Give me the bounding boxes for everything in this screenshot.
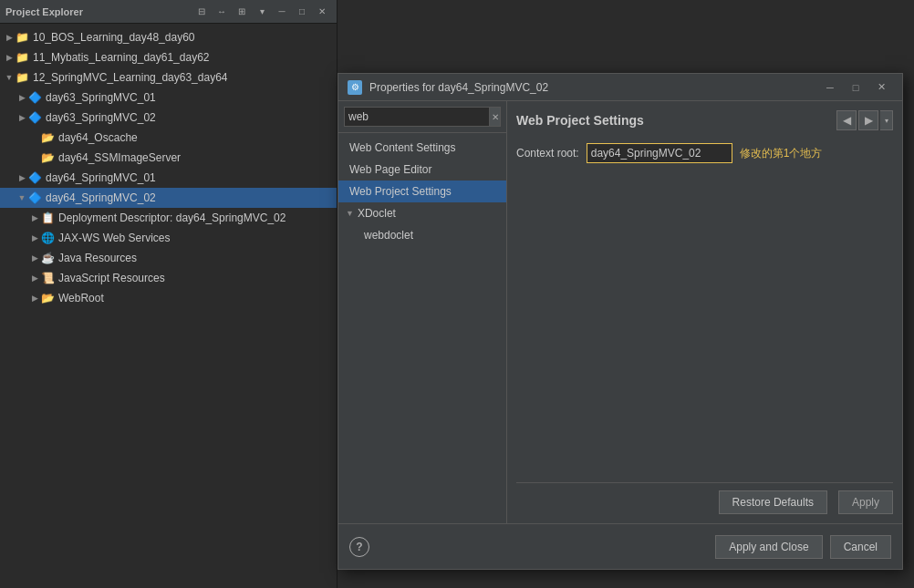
tree-item-label: JAX-WS Web Services bbox=[58, 232, 170, 244]
tree-item-day64_ssm[interactable]: 📂 day64_SSMImageServer bbox=[0, 148, 337, 168]
dialog-titlebar: ⚙ Properties for day64_SpringMVC_02 ─ □ … bbox=[338, 74, 902, 101]
nav-group-xdoclet-header[interactable]: ▼ XDoclet bbox=[338, 202, 506, 224]
dialog-title: Properties for day64_SpringMVC_02 bbox=[369, 81, 811, 94]
tree-item-label: 11_Mybatis_Learning_day61_day62 bbox=[33, 51, 209, 64]
tree-toggle-icon: ▶ bbox=[29, 293, 40, 304]
tree-toggle-icon: ▶ bbox=[16, 92, 27, 103]
tree-item-js_res[interactable]: ▶ 📜 JavaScript Resources bbox=[0, 268, 337, 288]
tree-item-label: Deployment Descriptor: day64_SpringMVC_0… bbox=[58, 211, 286, 224]
tree-item-label: 10_BOS_Learning_day48_day60 bbox=[33, 31, 194, 44]
tree-item-icon: 📁 bbox=[15, 30, 29, 45]
tree-item-day64_01[interactable]: ▶ 🔷 day64_SpringMVC_01 bbox=[0, 168, 337, 188]
nav-search-inner: ✕ bbox=[344, 107, 501, 127]
tree-item-label: 12_SpringMVC_Learning_day63_day64 bbox=[33, 71, 228, 84]
tree-item-icon: 📋 bbox=[40, 211, 55, 225]
new-folder-btn[interactable]: ⊞ bbox=[233, 4, 251, 20]
context-root-note: 修改的第1个地方 bbox=[740, 146, 823, 161]
tree-item-label: WebRoot bbox=[58, 292, 104, 304]
apply-btn[interactable]: Apply bbox=[838, 490, 893, 514]
help-btn[interactable]: ? bbox=[349, 537, 369, 557]
restore-defaults-btn[interactable]: Restore Defaults bbox=[719, 490, 827, 514]
tree-toggle-icon bbox=[29, 152, 40, 163]
tree-toggle-icon: ▶ bbox=[16, 112, 27, 123]
tree-item-icon: 📜 bbox=[40, 271, 55, 285]
tree-item-label: day64_SpringMVC_01 bbox=[46, 171, 156, 184]
nav-forward-btn[interactable]: ▶ bbox=[858, 110, 878, 130]
context-root-input[interactable] bbox=[587, 143, 732, 163]
dialog-close-btn[interactable]: ✕ bbox=[869, 77, 893, 98]
footer-left: ? bbox=[349, 537, 369, 557]
nav-back-btn[interactable]: ◀ bbox=[836, 110, 857, 130]
dialog-icon: ⚙ bbox=[348, 80, 362, 95]
sidebar-item-web-page-editor[interactable]: Web Page Editor bbox=[338, 159, 506, 181]
sync-btn[interactable]: ↔ bbox=[213, 4, 231, 20]
tree-item-label: day64_SpringMVC_02 bbox=[46, 191, 156, 204]
tree-item-day64_02[interactable]: ▼ 🔷 day64_SpringMVC_02 bbox=[0, 188, 337, 208]
tree-item-label: Java Resources bbox=[58, 252, 137, 264]
tree-item-icon: ☕ bbox=[40, 251, 55, 265]
dialog-footer: ? Apply and Close Cancel bbox=[338, 523, 902, 569]
context-root-label: Context root: bbox=[516, 147, 579, 160]
tree-item-label: day64_SSMImageServer bbox=[58, 151, 181, 164]
tree-item-icon: 🔷 bbox=[27, 191, 42, 205]
sidebar-item-web-content[interactable]: Web Content Settings bbox=[338, 137, 506, 159]
nav-search-input[interactable] bbox=[345, 110, 489, 123]
panel-toolbar: ⊟ ↔ ⊞ ▾ ─ □ ✕ bbox=[192, 4, 331, 20]
apply-and-close-btn[interactable]: Apply and Close bbox=[715, 535, 822, 559]
dialog-body: ✕ Web Content Settings Web Page Editor W… bbox=[338, 101, 902, 523]
sidebar-item-label-webdoclet: webdoclet bbox=[364, 229, 413, 242]
content-title: Web Project Settings bbox=[516, 113, 644, 128]
tree-item-label: day64_Oscache bbox=[58, 131, 138, 144]
tree-item-day63_02[interactable]: ▶ 🔷 day63_SpringMVC_02 bbox=[0, 108, 337, 128]
tree-toggle-icon: ▶ bbox=[16, 172, 27, 183]
content-header: Web Project Settings ◀ ▶ ▾ bbox=[516, 110, 893, 130]
tree-toggle-icon: ▶ bbox=[29, 253, 40, 263]
tree-item-icon: 📂 bbox=[40, 291, 55, 305]
minimize-btn[interactable]: ─ bbox=[273, 4, 291, 20]
tree-item-deploy[interactable]: ▶ 📋 Deployment Descriptor: day64_SpringM… bbox=[0, 208, 337, 228]
tree-item-icon: 📂 bbox=[40, 130, 55, 145]
cancel-btn[interactable]: Cancel bbox=[830, 535, 891, 559]
dialog-maximize-btn[interactable]: □ bbox=[844, 77, 867, 98]
tree-area: ▶ 📁 10_BOS_Learning_day48_day60 ▶ 📁 11_M… bbox=[0, 24, 337, 312]
xdoclet-toggle-icon: ▼ bbox=[346, 209, 354, 218]
more-btn[interactable]: ▾ bbox=[253, 4, 271, 20]
context-root-field-row: Context root: 修改的第1个地方 bbox=[516, 143, 893, 163]
project-explorer: Project Explorer ⊟ ↔ ⊞ ▾ ─ □ ✕ ▶ 📁 10_BO… bbox=[0, 0, 338, 588]
tree-item-icon: 🔷 bbox=[27, 170, 42, 185]
sidebar-item-label-web-content: Web Content Settings bbox=[349, 141, 456, 154]
collapse-all-btn[interactable]: ⊟ bbox=[192, 4, 211, 20]
close-panel-btn[interactable]: ✕ bbox=[313, 4, 331, 20]
tree-item-icon: 🌐 bbox=[40, 231, 55, 245]
maximize-btn[interactable]: □ bbox=[293, 4, 311, 20]
nav-search-clear-btn[interactable]: ✕ bbox=[489, 108, 500, 126]
tree-item-icon: 🔷 bbox=[27, 110, 42, 125]
tree-item-webroot[interactable]: ▶ 📂 WebRoot bbox=[0, 288, 337, 308]
tree-item-mybatis[interactable]: ▶ 📁 11_Mybatis_Learning_day61_day62 bbox=[0, 47, 337, 67]
nav-menu-btn[interactable]: ▾ bbox=[880, 110, 893, 130]
dialog-minimize-btn[interactable]: ─ bbox=[818, 77, 842, 98]
tree-item-jaxws[interactable]: ▶ 🌐 JAX-WS Web Services bbox=[0, 228, 337, 248]
tree-toggle-icon: ▼ bbox=[4, 72, 15, 83]
tree-item-icon: 🔷 bbox=[27, 90, 42, 105]
tree-toggle-icon: ▶ bbox=[29, 212, 40, 223]
sidebar-item-label-web-page-editor: Web Page Editor bbox=[349, 163, 432, 176]
tree-item-day64_oscache[interactable]: 📂 day64_Oscache bbox=[0, 128, 337, 148]
tree-item-day63_01[interactable]: ▶ 🔷 day63_SpringMVC_01 bbox=[0, 88, 337, 108]
tree-toggle-icon bbox=[29, 132, 40, 143]
tree-item-java_res[interactable]: ▶ ☕ Java Resources bbox=[0, 248, 337, 268]
content-spacer bbox=[516, 170, 893, 482]
sidebar-item-web-project-settings[interactable]: Web Project Settings bbox=[338, 181, 506, 202]
tree-item-bos[interactable]: ▶ 📁 10_BOS_Learning_day48_day60 bbox=[0, 27, 337, 47]
nav-items: Web Content Settings Web Page Editor Web… bbox=[338, 133, 506, 523]
right-footer: Restore Defaults Apply bbox=[516, 482, 893, 514]
sidebar-item-webdoclet[interactable]: webdoclet bbox=[338, 224, 506, 246]
dialog-controls: ─ □ ✕ bbox=[818, 77, 893, 98]
tree-item-icon: 📂 bbox=[40, 150, 55, 165]
panel-header: Project Explorer ⊟ ↔ ⊞ ▾ ─ □ ✕ bbox=[0, 0, 337, 24]
sidebar-item-label-web-project-settings: Web Project Settings bbox=[349, 185, 452, 198]
tree-item-spring12[interactable]: ▼ 📁 12_SpringMVC_Learning_day63_day64 bbox=[0, 67, 337, 88]
tree-item-icon: 📁 bbox=[15, 70, 29, 85]
content-nav-arrows: ◀ ▶ ▾ bbox=[836, 110, 893, 130]
tree-item-label: day63_SpringMVC_02 bbox=[46, 111, 156, 124]
